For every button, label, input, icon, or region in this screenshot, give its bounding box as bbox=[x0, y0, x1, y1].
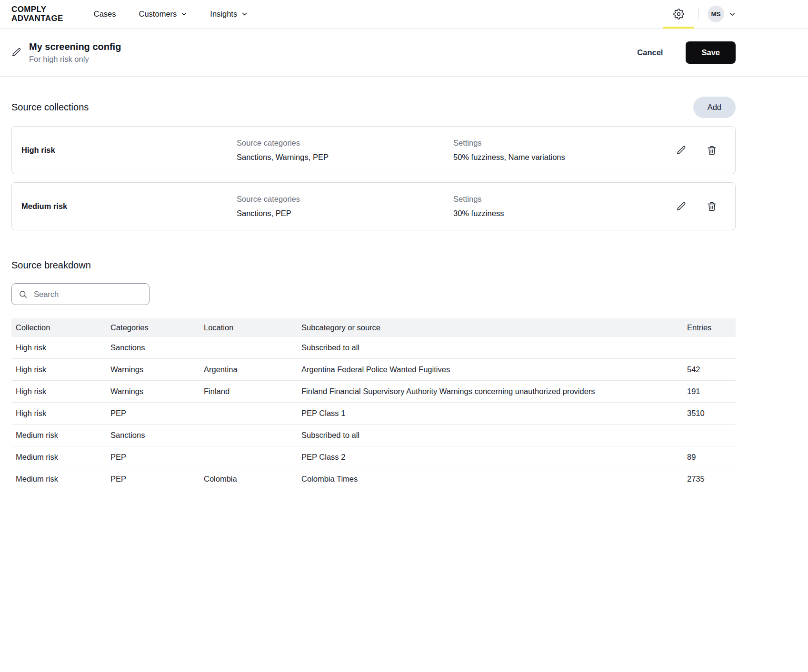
table-header-row: Collection Categories Location Subcatego… bbox=[11, 318, 736, 337]
cell-collection: High risk bbox=[11, 381, 106, 403]
cell-categories: Sanctions bbox=[106, 337, 200, 359]
delete-collection-button[interactable] bbox=[707, 145, 717, 156]
table-row: High risk Warnings Finland Finland Finan… bbox=[11, 381, 736, 403]
delete-collection-button[interactable] bbox=[707, 201, 717, 212]
edit-pencil-icon bbox=[676, 201, 687, 212]
chevron-down-icon bbox=[241, 11, 248, 17]
collection-card-high-risk: High risk Source categories Sanctions, W… bbox=[11, 126, 736, 174]
primary-nav: Cases Customers Insights bbox=[94, 0, 248, 28]
nav-item-label: Customers bbox=[139, 10, 177, 19]
cell-collection: High risk bbox=[11, 359, 106, 381]
table-row: Medium risk PEP Colombia Colombia Times … bbox=[11, 468, 736, 490]
settings-label: Settings bbox=[453, 138, 676, 148]
table-row: High risk Sanctions Subscribed to all bbox=[11, 337, 736, 359]
source-collections-heading: Source collections bbox=[11, 102, 89, 113]
categories-label: Source categories bbox=[237, 195, 453, 204]
column-header-location: Location bbox=[200, 318, 297, 337]
brand-logo[interactable]: COMPLY ADVANTAGE bbox=[11, 5, 63, 23]
cancel-button[interactable]: Cancel bbox=[634, 48, 666, 58]
cell-location: Argentina bbox=[200, 359, 297, 381]
source-breakdown-table: Collection Categories Location Subcatego… bbox=[11, 318, 736, 490]
page-subtitle: For high risk only bbox=[29, 55, 121, 64]
cell-location: Finland bbox=[200, 381, 297, 403]
cell-entries: 542 bbox=[683, 359, 736, 381]
nav-item-label: Insights bbox=[210, 10, 237, 19]
cell-entries: 2735 bbox=[683, 468, 736, 490]
edit-pencil-icon[interactable] bbox=[11, 47, 22, 58]
cell-subcategory: PEP Class 1 bbox=[297, 403, 683, 425]
source-collections-header: Source collections Add bbox=[11, 97, 736, 118]
nav-item-cases[interactable]: Cases bbox=[94, 0, 116, 28]
cell-categories: Warnings bbox=[106, 381, 200, 403]
column-header-entries: Entries bbox=[683, 318, 736, 337]
source-breakdown-heading: Source breakdown bbox=[11, 260, 736, 271]
table-row: Medium risk Sanctions Subscribed to all bbox=[11, 425, 736, 446]
avatar[interactable]: MS bbox=[708, 6, 724, 22]
column-header-categories: Categories bbox=[106, 318, 200, 337]
settings-value: 30% fuzziness bbox=[453, 209, 676, 218]
cell-categories: PEP bbox=[106, 446, 200, 468]
collection-settings: Settings 30% fuzziness bbox=[453, 195, 676, 218]
cell-entries: 191 bbox=[683, 381, 736, 403]
collection-categories: Source categories Sanctions, PEP bbox=[237, 195, 453, 218]
settings-label: Settings bbox=[453, 195, 676, 204]
cell-location bbox=[200, 446, 297, 468]
account-menu-chevron-icon[interactable] bbox=[729, 11, 736, 18]
column-header-collection: Collection bbox=[11, 318, 106, 337]
collection-categories: Source categories Sanctions, Warnings, P… bbox=[237, 138, 453, 162]
brand-line-2: ADVANTAGE bbox=[11, 14, 63, 23]
nav-item-customers[interactable]: Customers bbox=[139, 0, 188, 28]
brand-line-1: COMPLY bbox=[11, 5, 63, 14]
cell-categories: Warnings bbox=[106, 359, 200, 381]
header-actions: Cancel Save bbox=[634, 41, 736, 64]
search-icon bbox=[19, 290, 28, 299]
page-title-block: My screening config For high risk only bbox=[29, 41, 121, 64]
edit-pencil-icon bbox=[676, 145, 687, 156]
settings-value: 50% fuzziness, Name variations bbox=[453, 153, 676, 162]
cell-subcategory: Argentina Federal Police Wanted Fugitive… bbox=[297, 359, 683, 381]
cell-subcategory: PEP Class 2 bbox=[297, 446, 683, 468]
cell-subcategory: Colombia Times bbox=[297, 468, 683, 490]
card-actions bbox=[676, 145, 721, 156]
column-header-subcategory: Subcategory or source bbox=[297, 318, 683, 337]
add-collection-button[interactable]: Add bbox=[693, 97, 736, 118]
collection-settings: Settings 50% fuzziness, Name variations bbox=[453, 138, 676, 162]
table-row: High risk Warnings Argentina Argentina F… bbox=[11, 359, 736, 381]
cell-categories: Sanctions bbox=[106, 425, 200, 446]
avatar-initials: MS bbox=[711, 10, 720, 18]
cell-location bbox=[200, 337, 297, 359]
page-title: My screening config bbox=[29, 41, 121, 52]
table-row: High risk PEP PEP Class 1 3510 bbox=[11, 403, 736, 425]
nav-item-insights[interactable]: Insights bbox=[210, 0, 248, 28]
nav-divider bbox=[698, 8, 699, 20]
chevron-down-icon bbox=[181, 11, 187, 17]
cell-entries: 3510 bbox=[683, 403, 736, 425]
cell-entries: 89 bbox=[683, 446, 736, 468]
nav-item-label: Cases bbox=[94, 10, 116, 19]
cell-categories: PEP bbox=[106, 468, 200, 490]
edit-collection-button[interactable] bbox=[676, 201, 687, 212]
cell-categories: PEP bbox=[106, 403, 200, 425]
cell-collection: Medium risk bbox=[11, 446, 106, 468]
search-box bbox=[11, 283, 150, 305]
cell-collection: High risk bbox=[11, 403, 106, 425]
cell-entries bbox=[683, 337, 736, 359]
cell-entries bbox=[683, 425, 736, 446]
card-actions bbox=[676, 201, 721, 212]
settings-button[interactable] bbox=[663, 0, 694, 28]
cell-location bbox=[200, 425, 297, 446]
cell-location bbox=[200, 403, 297, 425]
search-input[interactable] bbox=[33, 289, 142, 299]
collection-name: High risk bbox=[21, 146, 237, 155]
edit-collection-button[interactable] bbox=[676, 145, 687, 156]
collection-card-medium-risk: Medium risk Source categories Sanctions,… bbox=[11, 182, 736, 230]
cell-subcategory: Subscribed to all bbox=[297, 425, 683, 446]
save-button[interactable]: Save bbox=[686, 41, 736, 64]
main-content: Source collections Add High risk Source … bbox=[0, 97, 808, 490]
trash-icon bbox=[707, 201, 717, 212]
cell-collection: Medium risk bbox=[11, 468, 106, 490]
cell-collection: Medium risk bbox=[11, 425, 106, 446]
cell-collection: High risk bbox=[11, 337, 106, 359]
cell-subcategory: Finland Financial Supervisory Authority … bbox=[297, 381, 683, 403]
table-row: Medium risk PEP PEP Class 2 89 bbox=[11, 446, 736, 468]
